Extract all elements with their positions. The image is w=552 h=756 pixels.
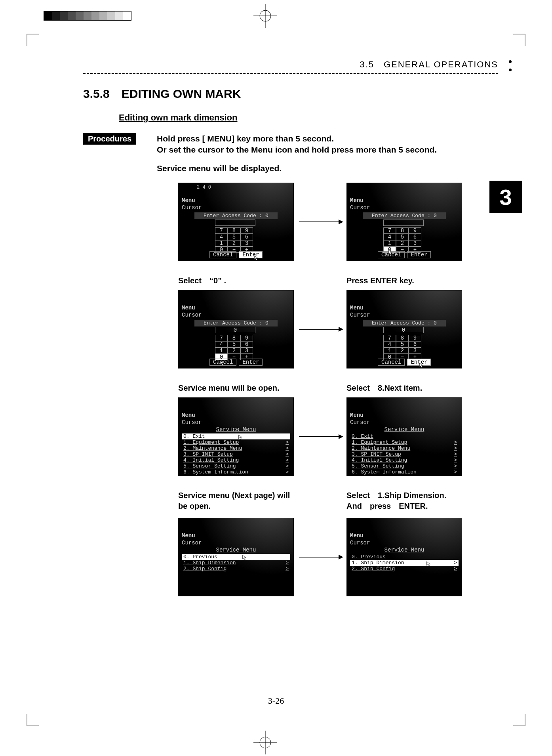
keypad-key: 4 bbox=[383, 341, 396, 347]
arrow-cell bbox=[295, 557, 346, 557]
service-menu-list: Service Menu 0. Previous 1. Ship Dimensi… bbox=[182, 547, 290, 572]
panel-cursor-label: Cursor bbox=[350, 312, 370, 318]
panel-menu-label: Menu bbox=[182, 533, 195, 539]
svg-point-5 bbox=[260, 737, 271, 748]
service-menu-item: 5. Sensor Setting > bbox=[182, 463, 290, 469]
access-code-entry: 0 bbox=[383, 327, 424, 333]
access-code-entry bbox=[215, 220, 255, 226]
chevron-right-icon: > bbox=[286, 451, 289, 457]
keypad-key: 8 bbox=[228, 227, 240, 234]
menu-item-label: 0. Exit bbox=[352, 433, 373, 439]
enter-button: Enter bbox=[407, 359, 431, 366]
menu-item-label: 7. Test Menu bbox=[352, 475, 389, 476]
keypad-key: 6 bbox=[240, 341, 253, 347]
service-menu-title: Service Menu bbox=[182, 426, 290, 433]
arrow-cell bbox=[295, 329, 346, 330]
procedure-line-2: Or set the cursor to the Menu icon and h… bbox=[157, 144, 437, 155]
chevron-right-icon: > bbox=[454, 475, 457, 476]
menu-item-label: 0. Previous bbox=[352, 554, 386, 560]
page: 3.5 GENERAL OPERATIONS 3 3.5.8 EDITING O… bbox=[0, 0, 552, 756]
running-header-rule bbox=[83, 73, 498, 74]
keypad-key: 4 bbox=[215, 341, 228, 347]
panel-cursor-label: Cursor bbox=[350, 540, 370, 546]
panel-grid: 2 4 0 Menu Cursor Enter Access Code : 0 … bbox=[178, 183, 485, 596]
keypad-key: 3 bbox=[240, 240, 253, 246]
step-row-1: 2 4 0 Menu Cursor Enter Access Code : 0 … bbox=[178, 183, 485, 261]
menu-item-label: 6. System Information bbox=[183, 469, 248, 475]
panel-buttons: Cancel Enter bbox=[209, 251, 263, 258]
panel-title: Enter Access Code : 0 bbox=[363, 212, 446, 219]
panel-menu-label: Menu bbox=[350, 533, 364, 539]
service-menu-title: Service Menu bbox=[350, 426, 459, 433]
panel-cursor-label: Cursor bbox=[182, 540, 202, 546]
step-row-3: Menu Cursor Service Menu 0. Exit 1. Equi… bbox=[178, 397, 485, 476]
service-menu-item: 3. SP INIT Setup > bbox=[350, 451, 459, 457]
service-menu-item: 1. Ship Dimension > bbox=[182, 560, 290, 566]
service-menu-list: Service Menu 0. Exit 1. Equipment Setup … bbox=[182, 426, 290, 476]
menu-item-label: 0. Previous bbox=[183, 554, 217, 560]
caption-service-menu-open: Service menu will be open. bbox=[178, 383, 295, 393]
screenshot-service-menu2-ship-dim: Menu Cursor Service Menu 0. Previous 1. … bbox=[346, 518, 462, 596]
keypad-key: 2 bbox=[396, 240, 409, 246]
menu-item-label: 2. Maintenance Menu bbox=[183, 445, 242, 451]
menu-item-label: 4. Initial Setting bbox=[352, 457, 407, 463]
enter-button: Enter bbox=[407, 251, 431, 258]
menu-item-label: 5. Sensor Setting bbox=[183, 463, 236, 469]
panel-title: Enter Access Code : 0 bbox=[363, 320, 446, 326]
panel-menu-label: Menu bbox=[350, 305, 364, 311]
keypad-key: 8 bbox=[228, 335, 240, 341]
keypad: 7894561230−+ bbox=[383, 335, 421, 360]
chevron-right-icon: > bbox=[286, 463, 289, 469]
panel-menu-label: Menu bbox=[182, 412, 195, 418]
chevron-right-icon: > bbox=[454, 469, 457, 475]
service-menu-item: 1. Equipment Setup > bbox=[182, 439, 290, 445]
service-menu-item: 0. Previous bbox=[182, 554, 290, 560]
keypad-key: 7 bbox=[383, 335, 396, 341]
menu-item-label: 7. Test Menu bbox=[183, 475, 221, 476]
service-menu-item: 2. Maintenance Menu > bbox=[182, 445, 290, 451]
service-menu-item: 3. SP INIT Setup > bbox=[182, 451, 290, 457]
arrow-cell bbox=[295, 221, 346, 222]
keypad-key: 8 bbox=[396, 335, 409, 341]
menu-item-label: 1. Equipment Setup bbox=[352, 439, 407, 445]
service-menu-list: Service Menu 0. Exit 1. Equipment Setup … bbox=[350, 426, 459, 476]
panel-buttons: Cancel Enter bbox=[209, 359, 263, 366]
keypad-key: 6 bbox=[409, 341, 421, 347]
service-menu-item: 4. Initial Setting > bbox=[182, 457, 290, 463]
menu-item-label: 1. Ship Dimension bbox=[352, 560, 404, 566]
procedure-line-1: Hold press [ MENU] key more than 5 secon… bbox=[157, 133, 437, 144]
keypad: 7894561230−+ bbox=[383, 227, 421, 253]
panel-title: Enter Access Code : 0 bbox=[194, 320, 278, 326]
crop-corner-tr bbox=[513, 26, 533, 46]
chevron-right-icon: > bbox=[454, 439, 457, 445]
caption-service-menu-next-page: Service menu (Next page) will be open. bbox=[178, 490, 295, 512]
panel-cursor-label: Cursor bbox=[182, 419, 202, 426]
keypad-key: 5 bbox=[228, 234, 240, 240]
arrow-right-icon bbox=[299, 329, 343, 330]
procedure-block: Procedures Hold press [ MENU] key more t… bbox=[83, 133, 485, 174]
panel-menu-label: Menu bbox=[350, 412, 364, 418]
service-menu-item: 1. Equipment Setup > bbox=[350, 439, 459, 445]
screenshot-access-code-zero-hl: Menu Cursor Enter Access Code : 0 789456… bbox=[346, 183, 462, 261]
caption-row-2: Select “0” . Press ENTER key. bbox=[178, 275, 485, 286]
service-menu-item: 2. Maintenance Menu > bbox=[350, 445, 459, 451]
running-header: 3.5 GENERAL OPERATIONS bbox=[360, 59, 498, 70]
service-menu-item: 7. Test Menu > bbox=[182, 475, 290, 476]
chevron-right-icon: > bbox=[286, 457, 289, 463]
service-menu-item: 4. Initial Setting > bbox=[350, 457, 459, 463]
menu-item-label: 5. Sensor Setting bbox=[352, 463, 404, 469]
keypad-key: 2 bbox=[228, 240, 240, 246]
caption-ship-dim-l2: And press ENTER. bbox=[346, 501, 463, 512]
service-menu-list: Service Menu 0. Previous 1. Ship Dimensi… bbox=[350, 547, 459, 572]
service-menu-item: 2. Ship Config > bbox=[182, 566, 290, 572]
service-menu-item: 0. Previous bbox=[350, 554, 459, 560]
chevron-right-icon: > bbox=[286, 445, 289, 451]
keypad-key: 5 bbox=[396, 341, 409, 347]
service-menu-item: 0. Exit bbox=[182, 433, 290, 439]
keypad-key: 7 bbox=[215, 335, 228, 341]
keypad-key: 1 bbox=[215, 240, 228, 246]
keypad-key: 2 bbox=[228, 347, 240, 354]
access-code-entry bbox=[383, 220, 424, 226]
step-row-4: Menu Cursor Service Menu 0. Previous 1. … bbox=[178, 518, 485, 596]
scale-tick: 2 4 0 bbox=[197, 185, 211, 190]
